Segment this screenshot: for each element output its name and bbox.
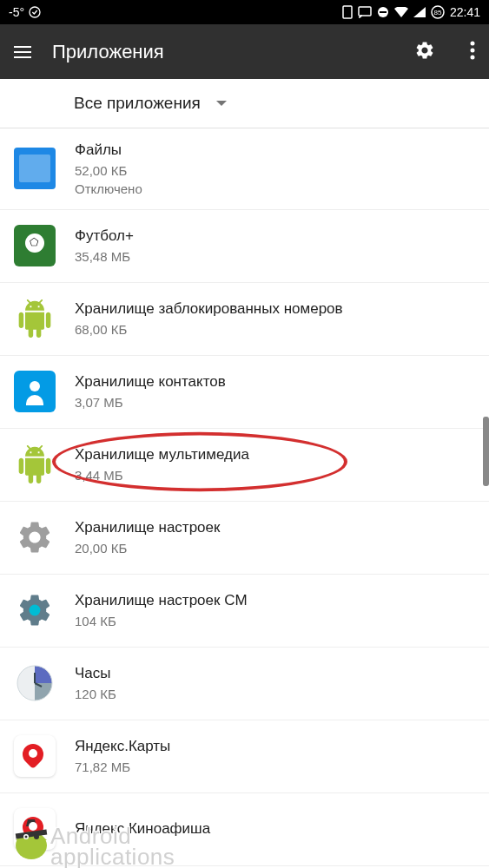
app-name: Хранилище контактов	[75, 372, 226, 393]
battery-icon: 85	[431, 5, 445, 19]
yandex-icon	[14, 808, 56, 850]
svg-rect-4	[380, 11, 387, 13]
app-size: 68,00 КБ	[75, 320, 343, 339]
app-info: Футбол+35,48 МБ	[75, 226, 134, 266]
wifi-icon	[394, 7, 408, 17]
signal-icon	[413, 7, 426, 17]
svg-point-9	[471, 55, 475, 59]
menu-icon[interactable]	[14, 46, 31, 58]
android-icon	[14, 444, 56, 485]
app-list: Файлы52,00 КБОтключеноФутбол+35,48 МБХра…	[0, 128, 489, 868]
app-info: Файлы52,00 КБОтключено	[75, 140, 142, 198]
app-bar: Приложения	[0, 24, 489, 79]
settings-icon[interactable]	[414, 40, 435, 64]
android-icon	[14, 298, 56, 339]
contacts-icon	[14, 371, 56, 412]
filter-label: Все приложения	[74, 94, 201, 113]
app-size: 3,44 МБ	[75, 466, 249, 484]
app-item[interactable]: Хранилище мультимедиа3,44 МБ	[0, 429, 489, 502]
app-size: 71,82 МБ	[75, 758, 170, 776]
app-name: Файлы	[75, 140, 142, 161]
app-size: 120 КБ	[75, 685, 116, 703]
app-item[interactable]: Футбол+35,48 МБ	[0, 210, 489, 283]
gear-cm-icon	[14, 589, 56, 631]
app-item[interactable]: Хранилище настроек20,00 КБ	[0, 502, 489, 575]
cast-icon	[358, 6, 372, 18]
app-status: Отключено	[75, 180, 142, 198]
app-info: Хранилище настроек CM104 КБ	[75, 590, 248, 630]
app-name: Хранилище настроек	[75, 517, 220, 539]
app-item[interactable]: Яндекс.Карты71,82 МБ	[0, 720, 489, 793]
svg-point-0	[30, 7, 40, 17]
status-bar: -5° 85 22:41	[0, 0, 489, 24]
app-item[interactable]: Хранилище заблокированных номеров68,00 К…	[0, 283, 489, 356]
svg-point-10	[30, 605, 41, 616]
app-info: Яндекс.Киноафиша	[75, 819, 210, 840]
status-right: 85 22:41	[342, 5, 480, 19]
app-size: 3,07 МБ	[75, 393, 226, 411]
app-name: Хранилище настроек CM	[75, 590, 248, 612]
chevron-down-icon	[216, 101, 227, 106]
gear-icon	[14, 516, 56, 558]
app-size: 52,00 КБ	[75, 161, 142, 180]
app-item[interactable]: Часы120 КБ	[0, 648, 489, 720]
app-name: Яндекс.Киноафиша	[75, 819, 210, 840]
yandex-icon	[14, 735, 56, 777]
scrollbar[interactable]	[483, 417, 489, 486]
app-item[interactable]: Хранилище контактов3,07 МБ	[0, 356, 489, 429]
app-info: Яндекс.Карты71,82 МБ	[75, 736, 170, 776]
app-name: Футбол+	[75, 226, 134, 247]
app-size: 35,48 МБ	[75, 247, 134, 266]
svg-rect-2	[359, 7, 371, 16]
dnd-icon	[377, 6, 389, 18]
app-info: Часы120 КБ	[75, 663, 116, 703]
app-info: Хранилище настроек20,00 КБ	[75, 517, 220, 557]
files-icon	[14, 148, 56, 189]
app-item[interactable]: Хранилище настроек CM104 КБ	[0, 575, 489, 648]
app-name: Хранилище заблокированных номеров	[75, 299, 343, 320]
app-size: 20,00 КБ	[75, 539, 220, 557]
sync-icon	[28, 5, 42, 19]
svg-rect-1	[343, 6, 352, 18]
app-size: 104 КБ	[75, 612, 248, 630]
app-info: Хранилище заблокированных номеров68,00 К…	[75, 299, 343, 339]
svg-point-8	[471, 48, 475, 52]
app-info: Хранилище мультимедиа3,44 МБ	[75, 444, 249, 484]
svg-text:85: 85	[434, 9, 442, 16]
filter-dropdown[interactable]: Все приложения	[0, 79, 489, 128]
football-icon	[14, 225, 56, 266]
app-item[interactable]: Яндекс.Киноафиша	[0, 793, 489, 866]
app-name: Часы	[75, 663, 116, 685]
more-icon[interactable]	[470, 41, 475, 63]
status-left: -5°	[9, 5, 42, 19]
clock-icon	[14, 662, 56, 704]
svg-point-7	[471, 41, 475, 45]
app-name: Хранилище мультимедиа	[75, 444, 249, 466]
app-info: Хранилище контактов3,07 МБ	[75, 372, 226, 411]
page-title: Приложения	[52, 41, 380, 63]
temperature: -5°	[9, 5, 24, 19]
clock: 22:41	[450, 5, 480, 19]
screen-icon	[342, 5, 353, 19]
app-item[interactable]: Файлы52,00 КБОтключено	[0, 128, 489, 210]
app-name: Яндекс.Карты	[75, 736, 170, 758]
